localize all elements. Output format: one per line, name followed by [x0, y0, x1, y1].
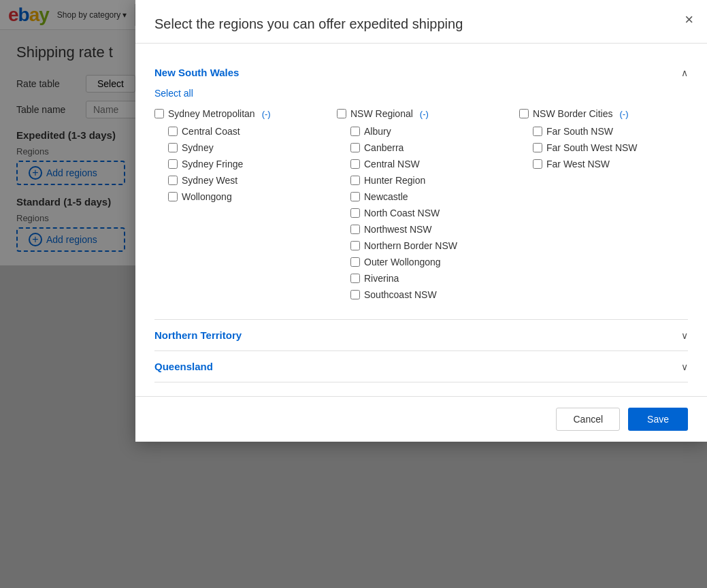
list-item: Outer Wollongong	[337, 257, 506, 267]
nsw-border-checkbox[interactable]	[519, 109, 529, 118]
save-button[interactable]: Save	[628, 408, 688, 431]
newcastle-checkbox[interactable]	[350, 192, 360, 201]
central-coast-label: Central Coast	[182, 126, 240, 137]
sydney-fringe-label: Sydney Fringe	[182, 159, 243, 169]
northern-border-nsw-checkbox[interactable]	[350, 241, 360, 250]
modal-overlay: Select the regions you can offer expedit…	[0, 0, 707, 588]
albury-checkbox[interactable]	[350, 127, 360, 136]
nsw-regional-column: NSW Regional (-) Albury Canberra	[337, 108, 506, 306]
far-south-west-nsw-label: Far South West NSW	[546, 142, 638, 153]
nsw-columns-grid: Sydney Metropolitan (-) Central Coast Sy…	[154, 108, 688, 306]
outer-wollongong-label: Outer Wollongong	[364, 257, 441, 267]
sydney-metro-header: Sydney Metropolitan (-)	[154, 108, 323, 119]
sydney-west-label: Sydney West	[182, 175, 237, 186]
nt-title: Northern Territory	[154, 329, 242, 341]
modal-title: Select the regions you can offer expedit…	[154, 16, 688, 32]
central-nsw-checkbox[interactable]	[350, 159, 360, 169]
sydney-label: Sydney	[182, 142, 214, 153]
qld-title: Queensland	[154, 361, 213, 372]
list-item: Sydney Fringe	[154, 159, 323, 169]
sydney-west-checkbox[interactable]	[168, 176, 178, 185]
sydney-metro-collapse[interactable]: (-)	[262, 109, 271, 119]
modal-body: New South Wales ∧ Select all Sydney Metr…	[135, 44, 707, 396]
hunter-region-label: Hunter Region	[364, 175, 425, 186]
nsw-border-header: NSW Border Cities (-)	[519, 108, 688, 119]
nsw-section: New South Wales ∧ Select all Sydney Metr…	[154, 57, 688, 320]
list-item: Wollongong	[154, 191, 323, 202]
central-coast-checkbox[interactable]	[168, 127, 178, 136]
canberra-checkbox[interactable]	[350, 143, 360, 152]
far-south-nsw-checkbox[interactable]	[533, 127, 542, 136]
list-item: Sydney West	[154, 175, 323, 186]
list-item: Sydney	[154, 142, 323, 153]
list-item: Northern Border NSW	[337, 240, 506, 251]
newcastle-label: Newcastle	[364, 191, 408, 202]
albury-label: Albury	[364, 126, 391, 137]
sydney-metro-column: Sydney Metropolitan (-) Central Coast Sy…	[154, 108, 323, 306]
wollongong-label: Wollongong	[182, 191, 232, 202]
nsw-border-collapse[interactable]: (-)	[619, 109, 628, 119]
list-item: Riverina	[337, 273, 506, 284]
nsw-regional-label: NSW Regional	[350, 108, 413, 119]
region-selection-modal: Select the regions you can offer expedit…	[135, 0, 707, 442]
nsw-regional-header: NSW Regional (-)	[337, 108, 506, 119]
northern-border-nsw-label: Northern Border NSW	[364, 240, 457, 251]
southcoast-nsw-label: Southcoast NSW	[364, 289, 437, 300]
sydney-checkbox[interactable]	[168, 143, 178, 152]
riverina-checkbox[interactable]	[350, 274, 360, 283]
modal-close-button[interactable]: ×	[685, 12, 693, 27]
modal-header: Select the regions you can offer expedit…	[135, 0, 707, 44]
north-coast-nsw-label: North Coast NSW	[364, 208, 440, 218]
southcoast-nsw-checkbox[interactable]	[350, 290, 360, 299]
nsw-regional-collapse[interactable]: (-)	[420, 109, 429, 119]
list-item: Northwest NSW	[337, 224, 506, 235]
nsw-body: Select all Sydney Metropolitan (-) C	[154, 88, 688, 319]
nsw-border-label: NSW Border Cities	[533, 108, 612, 119]
nsw-chevron-icon: ∧	[681, 67, 688, 78]
list-item: North Coast NSW	[337, 208, 506, 218]
list-item: Canberra	[337, 142, 506, 153]
nsw-regional-checkbox[interactable]	[337, 109, 346, 118]
wollongong-checkbox[interactable]	[168, 192, 178, 201]
list-item: Newcastle	[337, 191, 506, 202]
list-item: Central Coast	[154, 126, 323, 137]
sydney-fringe-checkbox[interactable]	[168, 159, 178, 169]
nsw-border-column: NSW Border Cities (-) Far South NSW Far …	[519, 108, 688, 306]
northwest-nsw-label: Northwest NSW	[364, 224, 432, 235]
nsw-select-all-link[interactable]: Select all	[154, 88, 193, 99]
list-item: Far South NSW	[519, 126, 688, 137]
northwest-nsw-checkbox[interactable]	[350, 225, 360, 234]
modal-footer: Cancel Save	[135, 396, 707, 442]
qld-section-header[interactable]: Queensland ∨	[154, 351, 688, 382]
list-item: Albury	[337, 126, 506, 137]
sydney-metro-label: Sydney Metropolitan	[168, 108, 255, 119]
nsw-title: New South Wales	[154, 67, 239, 78]
outer-wollongong-checkbox[interactable]	[350, 257, 360, 267]
nsw-section-header[interactable]: New South Wales ∧	[154, 57, 688, 88]
list-item: Far South West NSW	[519, 142, 688, 153]
list-item: Far West NSW	[519, 159, 688, 169]
sydney-metro-checkbox[interactable]	[154, 109, 164, 118]
far-south-west-nsw-checkbox[interactable]	[533, 143, 542, 152]
far-west-nsw-label: Far West NSW	[546, 159, 610, 169]
nt-chevron-icon: ∨	[681, 330, 688, 341]
qld-chevron-icon: ∨	[681, 361, 688, 372]
hunter-region-checkbox[interactable]	[350, 176, 360, 185]
qld-section: Queensland ∨	[154, 351, 688, 382]
nt-section: Northern Territory ∨	[154, 320, 688, 351]
list-item: Southcoast NSW	[337, 289, 506, 300]
central-nsw-label: Central NSW	[364, 159, 420, 169]
cancel-button[interactable]: Cancel	[556, 408, 620, 431]
list-item: Hunter Region	[337, 175, 506, 186]
far-south-nsw-label: Far South NSW	[546, 126, 613, 137]
list-item: Central NSW	[337, 159, 506, 169]
nt-section-header[interactable]: Northern Territory ∨	[154, 320, 688, 350]
riverina-label: Riverina	[364, 273, 399, 284]
far-west-nsw-checkbox[interactable]	[533, 159, 542, 169]
canberra-label: Canberra	[364, 142, 404, 153]
north-coast-nsw-checkbox[interactable]	[350, 208, 360, 218]
